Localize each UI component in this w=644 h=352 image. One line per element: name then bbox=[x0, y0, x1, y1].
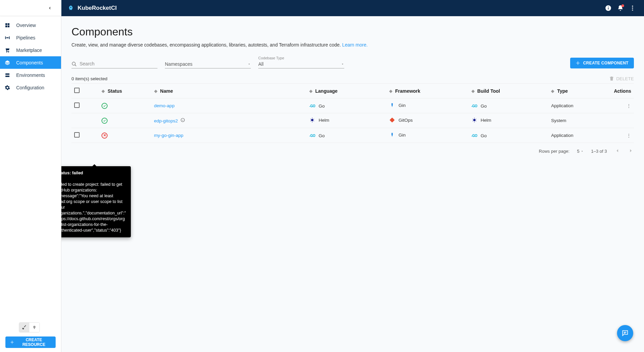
build-tool-text: Helm bbox=[481, 118, 492, 123]
svg-rect-8 bbox=[8, 23, 9, 25]
svg-rect-10 bbox=[8, 25, 9, 27]
svg-rect-7 bbox=[5, 23, 7, 25]
dashboard-icon bbox=[5, 23, 10, 28]
bulb-icon bbox=[29, 323, 39, 332]
sidebar-item-overview[interactable]: Overview bbox=[0, 19, 61, 31]
learn-more-link[interactable]: Learn more. bbox=[342, 42, 368, 48]
components-table: Status Name Language Framework Build Too… bbox=[71, 83, 634, 143]
select-value: All bbox=[258, 61, 264, 67]
svg-point-0 bbox=[70, 7, 71, 8]
sort-icon[interactable] bbox=[471, 90, 475, 93]
language-text: Helm bbox=[319, 118, 329, 123]
helm-icon bbox=[309, 117, 315, 123]
plus-icon bbox=[10, 340, 14, 345]
svg-rect-17 bbox=[5, 76, 9, 77]
info-icon bbox=[605, 5, 612, 11]
sort-icon[interactable] bbox=[101, 90, 105, 93]
caret-down-icon bbox=[247, 62, 251, 66]
caret-down-icon bbox=[341, 62, 344, 66]
component-name-link[interactable]: edp-gitops2 bbox=[154, 118, 178, 123]
topbar: KubeRocketCI bbox=[0, 0, 644, 16]
svg-rect-2 bbox=[608, 7, 609, 9]
svg-point-15 bbox=[8, 52, 9, 53]
button-label: CREATE COMPONENT bbox=[583, 61, 628, 65]
sidebar-item-label: Environments bbox=[16, 72, 45, 78]
sort-icon[interactable] bbox=[154, 90, 157, 93]
page-title: Components bbox=[71, 26, 634, 38]
sidebar-item-components[interactable]: Components bbox=[0, 56, 61, 69]
rows-per-page-label: Rows per page: bbox=[539, 149, 569, 154]
button-label: CREATE RESOURCE bbox=[17, 338, 51, 347]
gin-icon bbox=[389, 133, 395, 137]
sort-icon[interactable] bbox=[551, 90, 554, 93]
sidebar: Overview Pipelines Marketplace Component… bbox=[0, 16, 61, 352]
col-framework: Framework bbox=[386, 84, 469, 98]
build-tool-text: Go bbox=[481, 133, 487, 138]
type-text: System bbox=[548, 113, 603, 128]
sort-icon[interactable] bbox=[309, 90, 313, 93]
language-text: Go bbox=[319, 104, 325, 109]
delete-button[interactable]: DELETE bbox=[609, 76, 634, 81]
type-text: Application bbox=[548, 98, 603, 113]
col-actions: Actions bbox=[603, 84, 634, 98]
go-icon: -GO bbox=[309, 104, 315, 108]
info-icon[interactable] bbox=[180, 118, 185, 122]
svg-point-14 bbox=[6, 52, 7, 53]
status-ok-icon bbox=[101, 103, 108, 109]
create-component-button[interactable]: CREATE COMPONENT bbox=[570, 58, 634, 68]
row-actions-button[interactable]: ⋮ bbox=[626, 104, 631, 109]
notifications-button[interactable] bbox=[614, 2, 626, 14]
sidebar-item-label: Components bbox=[16, 60, 43, 65]
more-menu-button[interactable] bbox=[626, 2, 639, 14]
svg-rect-23 bbox=[389, 117, 394, 122]
brand: KubeRocketCI bbox=[67, 5, 117, 11]
namespaces-select[interactable]: Namespaces bbox=[165, 61, 251, 68]
create-resource-button[interactable]: CREATE RESOURCE bbox=[5, 336, 56, 348]
status-error-icon: ✕ bbox=[101, 133, 108, 139]
row-checkbox[interactable] bbox=[74, 132, 80, 138]
select-hint: Codebase Type bbox=[258, 56, 284, 60]
framework-text: GitOps bbox=[399, 118, 413, 123]
notification-badge bbox=[621, 4, 624, 7]
component-name-link[interactable]: demo-app bbox=[154, 103, 175, 108]
rows-per-page-select[interactable]: 5 bbox=[577, 149, 584, 154]
selection-count: 0 item(s) selected bbox=[71, 76, 108, 81]
sidebar-item-marketplace[interactable]: Marketplace bbox=[0, 44, 61, 56]
search-input[interactable] bbox=[71, 61, 157, 68]
info-button[interactable] bbox=[602, 2, 614, 14]
next-page-button[interactable] bbox=[628, 148, 634, 155]
codebase-type-select[interactable]: Codebase Type All bbox=[258, 61, 344, 68]
sort-icon[interactable] bbox=[389, 90, 392, 93]
component-name-link[interactable]: my-go-gin-app bbox=[154, 133, 183, 138]
framework-text: Gin bbox=[399, 133, 406, 138]
theme-switcher[interactable] bbox=[19, 322, 40, 332]
sidebar-item-environments[interactable]: Environments bbox=[0, 69, 61, 81]
tooltip-body: failed to create project: failed to get … bbox=[61, 182, 126, 233]
svg-rect-13 bbox=[6, 37, 9, 38]
svg-point-4 bbox=[632, 6, 633, 7]
sidebar-item-pipelines[interactable]: Pipelines bbox=[0, 31, 61, 44]
brand-text: KubeRocketCI bbox=[78, 5, 117, 11]
page-description: Create, view, and manage diverse codebas… bbox=[71, 42, 634, 48]
select-all-checkbox[interactable] bbox=[74, 88, 80, 93]
table-row: edp-gitops2 HelmGitOpsHelmSystem bbox=[71, 113, 634, 128]
plus-icon bbox=[576, 61, 580, 65]
sidebar-item-label: Marketplace bbox=[16, 48, 42, 53]
cart-icon bbox=[5, 48, 10, 53]
sidebar-collapse-button[interactable] bbox=[0, 0, 61, 16]
svg-point-18 bbox=[33, 326, 36, 328]
chat-fab[interactable] bbox=[617, 325, 633, 341]
sidebar-item-configuration[interactable]: Configuration bbox=[0, 81, 61, 94]
main: Components Create, view, and manage dive… bbox=[61, 16, 644, 352]
svg-rect-9 bbox=[5, 25, 7, 27]
col-language: Language bbox=[306, 84, 386, 98]
prev-page-button[interactable] bbox=[614, 148, 620, 155]
helm-icon bbox=[471, 117, 477, 123]
tooltip-title: Status: failed bbox=[61, 171, 83, 175]
chevron-left-icon bbox=[48, 6, 52, 10]
svg-point-24 bbox=[473, 119, 475, 121]
type-text: Application bbox=[548, 128, 603, 143]
gitops-icon bbox=[389, 117, 395, 123]
row-actions-button[interactable]: ⋮ bbox=[626, 133, 631, 138]
row-checkbox[interactable] bbox=[74, 102, 80, 108]
